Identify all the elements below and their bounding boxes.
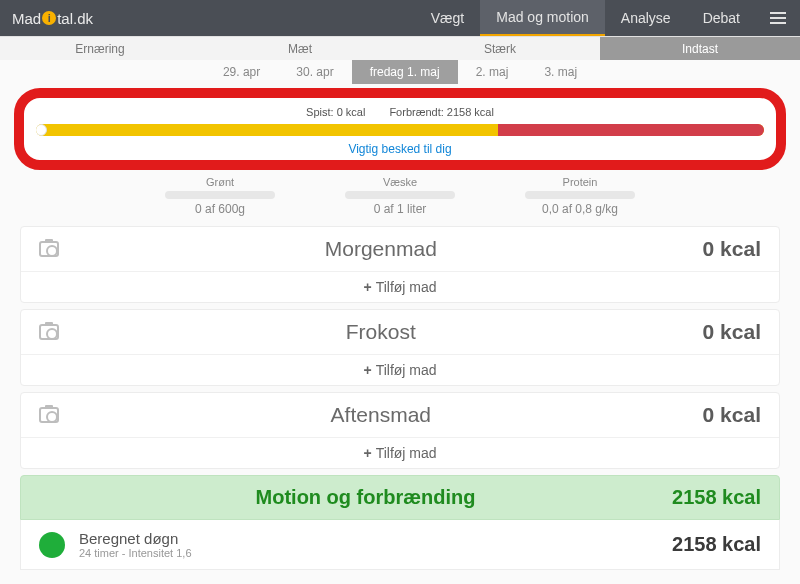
subtab-maet[interactable]: Mæt bbox=[200, 36, 400, 60]
mini-label: Protein bbox=[525, 176, 635, 188]
nav-label: Vægt bbox=[431, 10, 464, 26]
meal-kcal: 0 kcal bbox=[703, 403, 761, 427]
add-label: Tilføj mad bbox=[376, 279, 437, 295]
date-label: 30. apr bbox=[296, 65, 333, 79]
nav-mad-og-motion[interactable]: Mad og motion bbox=[480, 0, 605, 36]
mini-bar bbox=[165, 191, 275, 199]
motion-row-subtitle: 24 timer - Intensitet 1,6 bbox=[79, 547, 192, 559]
calorie-summary-box: Spist: 0 kcal Forbrændt: 2158 kcal Vigti… bbox=[14, 88, 786, 170]
brand[interactable]: Mad i tal.dk bbox=[0, 0, 105, 36]
mini-value: 0 af 600g bbox=[165, 202, 275, 216]
subtab-label: Mæt bbox=[288, 42, 312, 56]
mini-bar bbox=[525, 191, 635, 199]
activity-dot-icon bbox=[39, 532, 65, 558]
calorie-bar-marker bbox=[36, 124, 47, 136]
date-label: 3. maj bbox=[544, 65, 577, 79]
mini-label: Væske bbox=[345, 176, 455, 188]
mini-protein: Protein 0,0 af 0,8 g/kg bbox=[525, 176, 635, 216]
mini-vaeske: Væske 0 af 1 liter bbox=[345, 176, 455, 216]
camera-icon[interactable] bbox=[39, 241, 59, 257]
motion-header: Motion og forbrænding 2158 kcal bbox=[20, 475, 780, 520]
mini-value: 0 af 1 liter bbox=[345, 202, 455, 216]
plus-icon: + bbox=[363, 445, 371, 461]
add-food-button[interactable]: +Tilføj mad bbox=[21, 354, 779, 385]
nav-vaegt[interactable]: Vægt bbox=[415, 0, 480, 36]
camera-icon[interactable] bbox=[39, 407, 59, 423]
plus-icon: + bbox=[363, 362, 371, 378]
add-food-button[interactable]: +Tilføj mad bbox=[21, 271, 779, 302]
date-1-maj[interactable]: fredag 1. maj bbox=[352, 60, 458, 84]
mini-value: 0,0 af 0,8 g/kg bbox=[525, 202, 635, 216]
subtab-staerk[interactable]: Stærk bbox=[400, 36, 600, 60]
meal-title: Morgenmad bbox=[59, 237, 703, 261]
meal-card-aftensmad: Aftensmad 0 kcal +Tilføj mad bbox=[20, 392, 780, 469]
add-label: Tilføj mad bbox=[376, 445, 437, 461]
subtabs: Ernæring Mæt Stærk Indtast bbox=[0, 36, 800, 60]
motion-row[interactable]: Beregnet døgn 24 timer - Intensitet 1,6 … bbox=[20, 520, 780, 570]
meal-kcal: 0 kcal bbox=[703, 237, 761, 261]
calorie-bar bbox=[36, 124, 764, 136]
add-food-button[interactable]: +Tilføj mad bbox=[21, 437, 779, 468]
menu-icon[interactable] bbox=[756, 0, 800, 36]
nav-label: Mad og motion bbox=[496, 9, 589, 25]
date-3-maj[interactable]: 3. maj bbox=[526, 60, 595, 84]
date-label: 2. maj bbox=[476, 65, 509, 79]
nutrition-minis: Grønt 0 af 600g Væske 0 af 1 liter Prote… bbox=[0, 176, 800, 216]
brand-post: tal.dk bbox=[57, 10, 93, 27]
date-label: 29. apr bbox=[223, 65, 260, 79]
date-row: 29. apr 30. apr fredag 1. maj 2. maj 3. … bbox=[0, 60, 800, 84]
subtab-label: Indtast bbox=[682, 42, 718, 56]
plus-icon: + bbox=[363, 279, 371, 295]
subtab-label: Stærk bbox=[484, 42, 516, 56]
subtab-ernaering[interactable]: Ernæring bbox=[0, 36, 200, 60]
brand-circle-icon: i bbox=[42, 11, 56, 25]
meal-title: Frokost bbox=[59, 320, 703, 344]
brand-pre: Mad bbox=[12, 10, 41, 27]
motion-total-kcal: 2158 kcal bbox=[672, 486, 761, 509]
mini-label: Grønt bbox=[165, 176, 275, 188]
motion-row-kcal: 2158 kcal bbox=[672, 533, 761, 556]
burn-label: Forbrændt: 2158 kcal bbox=[389, 106, 494, 118]
nav-label: Analyse bbox=[621, 10, 671, 26]
calorie-bar-yellow bbox=[47, 124, 498, 136]
add-label: Tilføj mad bbox=[376, 362, 437, 378]
subtab-label: Ernæring bbox=[75, 42, 124, 56]
nav-label: Debat bbox=[703, 10, 740, 26]
subtab-indtast[interactable]: Indtast bbox=[600, 36, 800, 60]
meal-kcal: 0 kcal bbox=[703, 320, 761, 344]
mini-bar bbox=[345, 191, 455, 199]
date-label: fredag 1. maj bbox=[370, 65, 440, 79]
important-message-link[interactable]: Vigtig besked til dig bbox=[36, 142, 764, 156]
meal-title: Aftensmad bbox=[59, 403, 703, 427]
motion-row-title: Beregnet døgn bbox=[79, 530, 192, 547]
date-29-apr[interactable]: 29. apr bbox=[205, 60, 278, 84]
date-30-apr[interactable]: 30. apr bbox=[278, 60, 351, 84]
calorie-bar-red bbox=[498, 124, 764, 136]
nav-debat[interactable]: Debat bbox=[687, 0, 756, 36]
meal-card-frokost: Frokost 0 kcal +Tilføj mad bbox=[20, 309, 780, 386]
camera-icon[interactable] bbox=[39, 324, 59, 340]
motion-title: Motion og forbrænding bbox=[59, 486, 672, 509]
top-nav: Mad i tal.dk Vægt Mad og motion Analyse … bbox=[0, 0, 800, 36]
calorie-labels: Spist: 0 kcal Forbrændt: 2158 kcal bbox=[36, 106, 764, 118]
date-2-maj[interactable]: 2. maj bbox=[458, 60, 527, 84]
meal-card-morgenmad: Morgenmad 0 kcal +Tilføj mad bbox=[20, 226, 780, 303]
spist-label: Spist: 0 kcal bbox=[306, 106, 365, 118]
mini-groent: Grønt 0 af 600g bbox=[165, 176, 275, 216]
nav-analyse[interactable]: Analyse bbox=[605, 0, 687, 36]
